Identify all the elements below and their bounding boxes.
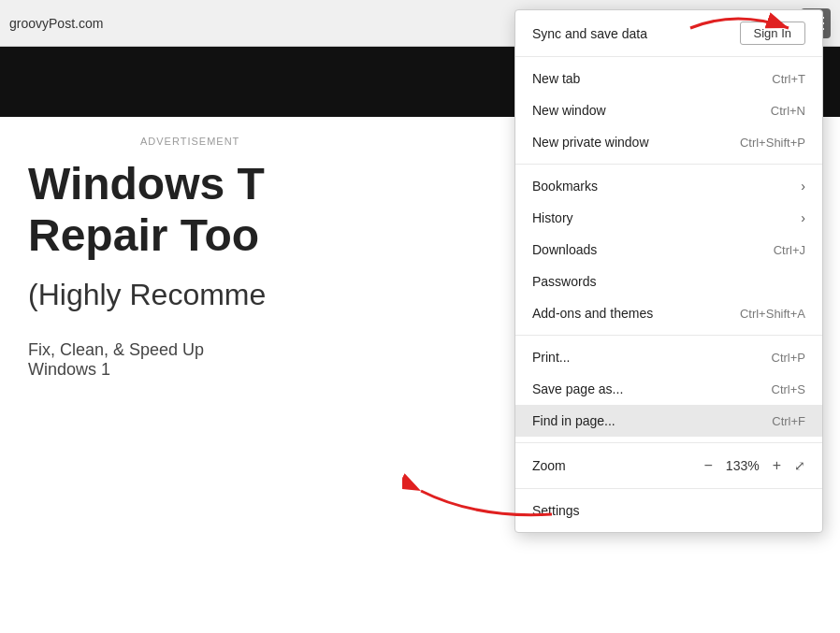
- zoom-value: 133%: [726, 458, 760, 473]
- menu-item-print[interactable]: Print... Ctrl+P: [515, 341, 822, 373]
- sync-label: Sync and save data: [532, 26, 647, 41]
- menu-section-nav: Bookmarks › History › Downloads Ctrl+J P…: [515, 165, 822, 336]
- zoom-decrease-button[interactable]: −: [701, 457, 717, 474]
- settings-label: Settings: [532, 503, 580, 518]
- bookmarks-label: Bookmarks: [532, 179, 598, 194]
- menu-section-zoom: Zoom − 133% + ⤢: [515, 443, 822, 489]
- save-page-shortcut: Ctrl+S: [772, 382, 805, 396]
- menu-item-settings[interactable]: Settings: [515, 495, 822, 526]
- new-window-label: New window: [532, 103, 606, 118]
- url-bar[interactable]: groovyPost.com: [9, 16, 562, 31]
- addons-label: Add-ons and themes: [532, 306, 653, 321]
- history-arrow-icon: ›: [801, 210, 805, 225]
- menu-section-new: New tab Ctrl+T New window Ctrl+N New pri…: [515, 57, 822, 165]
- dropdown-menu: Sync and save data Sign In New tab Ctrl+…: [514, 9, 823, 533]
- zoom-increase-button[interactable]: +: [769, 457, 785, 474]
- fullscreen-icon[interactable]: ⤢: [794, 458, 805, 473]
- addons-shortcut: Ctrl+Shift+A: [740, 307, 805, 321]
- new-tab-shortcut: Ctrl+T: [772, 72, 805, 86]
- print-label: Print...: [532, 350, 570, 365]
- menu-item-passwords[interactable]: Passwords: [515, 266, 822, 297]
- passwords-label: Passwords: [532, 274, 596, 289]
- menu-item-new-window[interactable]: New window Ctrl+N: [515, 94, 822, 126]
- find-in-page-shortcut: Ctrl+F: [772, 414, 805, 428]
- private-window-label: New private window: [532, 135, 649, 150]
- menu-item-addons[interactable]: Add-ons and themes Ctrl+Shift+A: [515, 297, 822, 329]
- sign-in-button[interactable]: Sign In: [740, 22, 805, 45]
- downloads-shortcut: Ctrl+J: [774, 243, 805, 257]
- menu-item-history[interactable]: History ›: [515, 202, 822, 234]
- downloads-label: Downloads: [532, 242, 597, 257]
- new-tab-label: New tab: [532, 71, 580, 86]
- menu-item-save-page[interactable]: Save page as... Ctrl+S: [515, 373, 822, 405]
- menu-item-downloads[interactable]: Downloads Ctrl+J: [515, 234, 822, 266]
- menu-item-find-in-page[interactable]: Find in page... Ctrl+F: [515, 405, 822, 437]
- bookmarks-arrow-icon: ›: [801, 179, 805, 194]
- menu-section-tools: Print... Ctrl+P Save page as... Ctrl+S F…: [515, 336, 822, 443]
- menu-item-new-tab[interactable]: New tab Ctrl+T: [515, 63, 822, 94]
- menu-section-settings: Settings: [515, 489, 822, 532]
- new-window-shortcut: Ctrl+N: [771, 104, 805, 118]
- zoom-row: Zoom − 133% + ⤢: [515, 449, 822, 482]
- menu-item-bookmarks[interactable]: Bookmarks ›: [515, 170, 822, 202]
- zoom-label: Zoom: [532, 458, 566, 473]
- private-window-shortcut: Ctrl+Shift+P: [740, 136, 805, 150]
- zoom-controls: − 133% + ⤢: [701, 457, 806, 474]
- print-shortcut: Ctrl+P: [772, 351, 805, 365]
- save-page-label: Save page as...: [532, 381, 623, 396]
- menu-item-private-window[interactable]: New private window Ctrl+Shift+P: [515, 126, 822, 158]
- find-in-page-label: Find in page...: [532, 413, 616, 428]
- history-label: History: [532, 210, 573, 225]
- sync-bar: Sync and save data Sign In: [515, 10, 822, 57]
